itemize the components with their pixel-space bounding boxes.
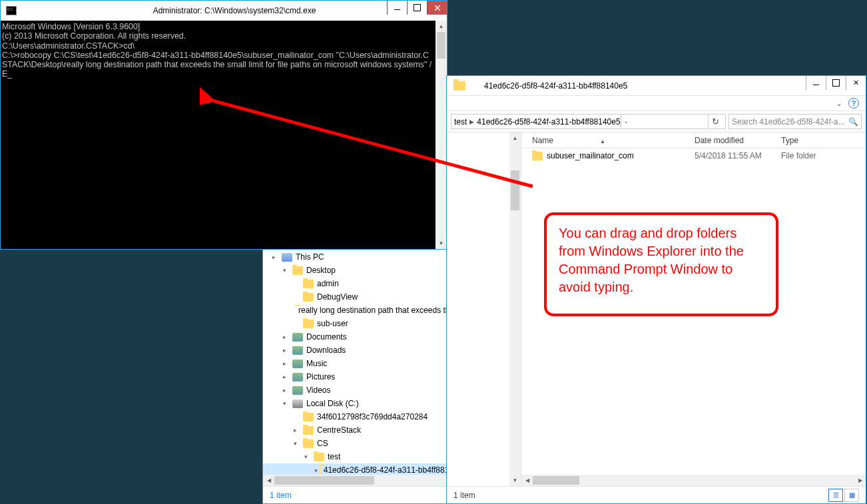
scroll-right-icon[interactable]: ▶ [854,477,866,483]
tree-item[interactable]: ▸Downloads [263,344,467,357]
tree-item[interactable]: DebugView [263,290,467,304]
expand-icon[interactable]: ▸ [283,360,291,367]
folder-icon [292,266,303,275]
tree-item[interactable]: ▸Documents [263,330,467,344]
scroll-thumb[interactable] [437,32,445,59]
tree-label: Pictures [306,372,335,381]
list-hscrollbar[interactable]: ◀ ▶ [521,475,866,486]
expand-icon[interactable]: ▸ [272,254,280,260]
folder-tree[interactable]: ▸This PC▾DesktopadminDebugViewreally lon… [263,246,467,481]
tree-label: 34f6012798f3c769dd4a270284 [317,412,428,421]
tree-label: Desktop [306,266,336,275]
close-button[interactable] [846,76,866,90]
tree-item[interactable]: ▾CS [263,437,467,450]
scroll-down-icon[interactable]: ▼ [435,238,447,249]
breadcrumb-part[interactable]: test [454,117,467,126]
minimize-button[interactable] [806,76,826,90]
navpane-scrollbar[interactable]: ▲ ▼ [509,132,521,486]
cmd-console[interactable]: Microsoft Windows [Version 6.3.9600](c) … [1,21,447,249]
tree-hscrollbar[interactable]: ◀ ▶ [263,475,467,486]
file-date: 5/4/2018 11:55 AM [695,151,781,160]
tree-item[interactable]: ▾Desktop [263,264,467,277]
tree-item[interactable]: ▸Pictures [263,370,467,383]
cmd-window: Administrator: C:\Windows\system32\cmd.e… [0,0,447,250]
lib-icon [292,346,303,355]
explorer-titlebar[interactable]: 41ed6c26-d5f8-424f-a311-bb4ff88140e5 [447,76,866,96]
tree-item[interactable]: sub-user [263,317,467,330]
scroll-down-icon[interactable]: ▼ [509,475,521,486]
tree-label: DebugView [317,292,358,302]
ribbon-collapsed[interactable]: ⌄ ? [447,96,866,111]
scroll-thumb[interactable] [533,476,579,485]
tree-label: This PC [296,252,324,262]
tree-item[interactable]: 34f6012798f3c769dd4a270284 [263,410,467,423]
scroll-thumb[interactable] [511,170,519,210]
folder-icon [453,81,465,91]
tree-label: admin [317,279,339,288]
tree-item[interactable]: really long destination path that exceed… [263,304,467,317]
minimize-button[interactable] [387,1,407,15]
file-row[interactable]: subuser_mailinator_com5/4/2018 11:55 AMF… [521,148,866,163]
lib-icon [292,360,303,368]
scroll-left-icon[interactable]: ◀ [263,475,274,486]
tree-label: Documents [306,332,347,342]
col-name[interactable]: Name▲ [532,136,695,145]
expand-icon[interactable]: ▸ [283,387,291,393]
cmd-line: Microsoft Windows [Version 6.3.9600] [2,22,447,31]
col-type[interactable]: Type [781,136,866,145]
status-bar: 1 item ☰ ▦ [447,486,866,503]
expand-icon[interactable]: ▸ [283,374,291,380]
expand-icon[interactable]: ▸ [294,427,302,433]
refresh-icon[interactable]: ↻ [708,115,722,128]
scroll-thumb[interactable] [274,476,374,485]
help-icon[interactable]: ? [848,98,859,109]
cmd-title: Administrator: C:\Windows\system32\cmd.e… [22,6,447,15]
folder-icon [314,453,324,461]
cmd-line: (c) 2013 Microsoft Corporation. All righ… [2,31,447,41]
scroll-up-icon[interactable]: ▲ [435,21,447,32]
expand-icon[interactable]: ▸ [283,334,291,340]
icons-view-button[interactable]: ▦ [844,489,859,502]
column-headers[interactable]: Name▲ Date modified Type [521,132,866,148]
nav-pane[interactable]: ▲ ▼ [447,132,521,486]
expand-icon[interactable]: ▸ [283,347,291,354]
col-date[interactable]: Date modified [695,136,781,145]
address-bar[interactable]: test ▶ 41ed6c26-d5f8-424f-a311-bb4ff8814… [451,114,726,129]
expand-icon[interactable]: ▾ [283,267,291,274]
cmd-line: C:\Users\administrator.CSTACK>cd\ [2,41,447,51]
maximize-button[interactable] [826,76,846,90]
tree-item[interactable]: ▸Videos [263,383,467,397]
cmd-titlebar[interactable]: Administrator: C:\Windows\system32\cmd.e… [1,1,447,21]
close-button[interactable]: ✕ [427,1,447,15]
expand-icon[interactable]: ▾ [283,400,291,407]
explorer-tree-window: ▸This PC▾DesktopadminDebugViewreally lon… [262,246,467,504]
tree-label: 41ed6c26-d5f8-424f-a311-bb4ff88140e5 [324,465,467,475]
file-type: File folder [781,151,816,160]
cmd-scrollbar[interactable]: ▲ ▼ [435,21,447,249]
expand-icon[interactable]: ▾ [304,453,312,460]
tree-item[interactable]: ▸CentreStack [263,423,467,437]
tree-label: CS [317,439,328,448]
search-placeholder: Search 41ed6c26-d5f8-424f-a... [732,117,844,126]
folder-icon [303,413,314,421]
tree-item[interactable]: ▸Music [263,357,467,370]
expand-icon[interactable]: ▾ [294,440,302,447]
tree-item[interactable]: ▾test [263,450,467,463]
cmd-icon [6,6,17,15]
tree-item[interactable]: admin [263,277,467,290]
chevron-down-icon[interactable]: ⌄ [836,100,842,107]
annotation-callout: You can drag and drop folders from Windo… [544,212,778,316]
details-view-button[interactable]: ☰ [828,489,843,502]
address-dropdown-icon[interactable]: ⌄ [621,115,631,128]
search-input[interactable]: Search 41ed6c26-d5f8-424f-a... 🔍 [728,114,862,129]
breadcrumb-part[interactable]: 41ed6c26-d5f8-424f-a311-bb4ff88140e5 [477,117,620,126]
tree-item[interactable]: ▸This PC [263,250,467,264]
tree-label: Local Disk (C:) [306,399,359,408]
expand-icon[interactable]: ▸ [315,467,318,473]
scroll-up-icon[interactable]: ▲ [509,132,521,144]
scroll-left-icon[interactable]: ◀ [521,477,533,483]
lib-icon [292,333,303,342]
tree-item[interactable]: ▾Local Disk (C:) [263,397,467,410]
maximize-button[interactable] [407,1,427,15]
search-icon[interactable]: 🔍 [848,117,858,126]
